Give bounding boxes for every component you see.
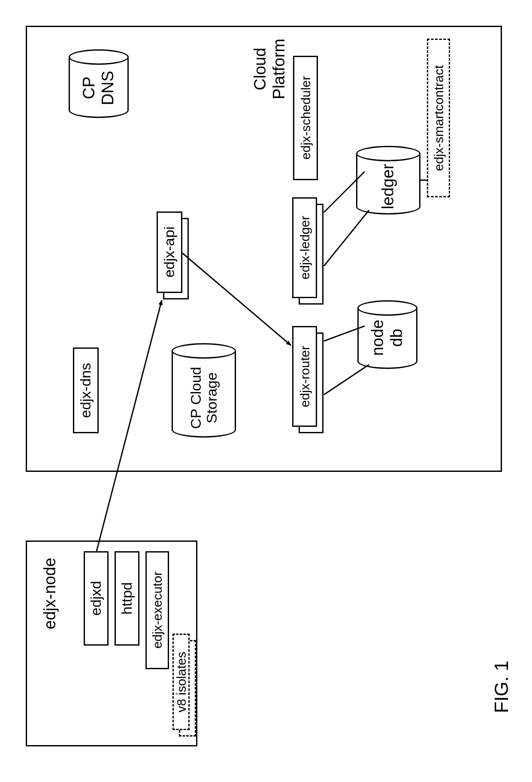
edjx-dns-label: edjx-dns (78, 363, 94, 418)
cp-cloud-storage-label: CP Cloud Storage (188, 367, 220, 429)
v8-isolates-box: v8 isolates (172, 634, 190, 730)
edjxd-box: edjxd (84, 551, 109, 646)
edjx-dns-box: edjx-dns (73, 347, 99, 433)
httpd-box: httpd (115, 551, 139, 646)
cp-dns-label: CP DNS (80, 71, 117, 105)
edjx-ledger-label: edjx-ledger (298, 216, 312, 279)
diagram-stage: Cloud Platform CP DNS edjx-dns edjx-api … (0, 0, 532, 782)
v8-isolates-label: v8 isolates (174, 652, 188, 713)
cp-cloud-storage-cylinder: CP Cloud Storage (172, 343, 236, 438)
edjx-api-box: edjx-api (157, 211, 182, 293)
edjx-router-label: edjx-router (298, 346, 312, 407)
edjx-ledger-box: edjx-ledger (292, 197, 317, 298)
edjx-smartcontract-label: edjx-smartcontract (432, 65, 446, 171)
edjx-executor-label: edjx-executor (150, 571, 164, 649)
edjx-api-label: edjx-api (161, 226, 177, 278)
edjx-node-title: edjx-node (41, 558, 60, 629)
ledger-label: ledger (379, 164, 398, 209)
edjx-scheduler-box: edjx-scheduler (293, 56, 318, 180)
edjx-scheduler-label: edjx-scheduler (299, 76, 313, 160)
cloud-platform-title: Cloud Platform (251, 39, 288, 99)
ledger-cylinder: ledger (356, 146, 420, 214)
cp-dns-cylinder: CP DNS (69, 49, 129, 118)
httpd-label: httpd (119, 582, 135, 615)
edjx-smartcontract-box: edjx-smartcontract (427, 39, 450, 197)
edjxd-label: edjxd (88, 581, 104, 616)
node-db-label: node db (369, 320, 406, 356)
edjx-router-box: edjx-router (292, 326, 317, 427)
figure-caption: FIG. 1 (491, 661, 512, 713)
edjx-executor-box: edjx-executor (145, 551, 169, 669)
node-db-cylinder: node db (357, 300, 417, 369)
